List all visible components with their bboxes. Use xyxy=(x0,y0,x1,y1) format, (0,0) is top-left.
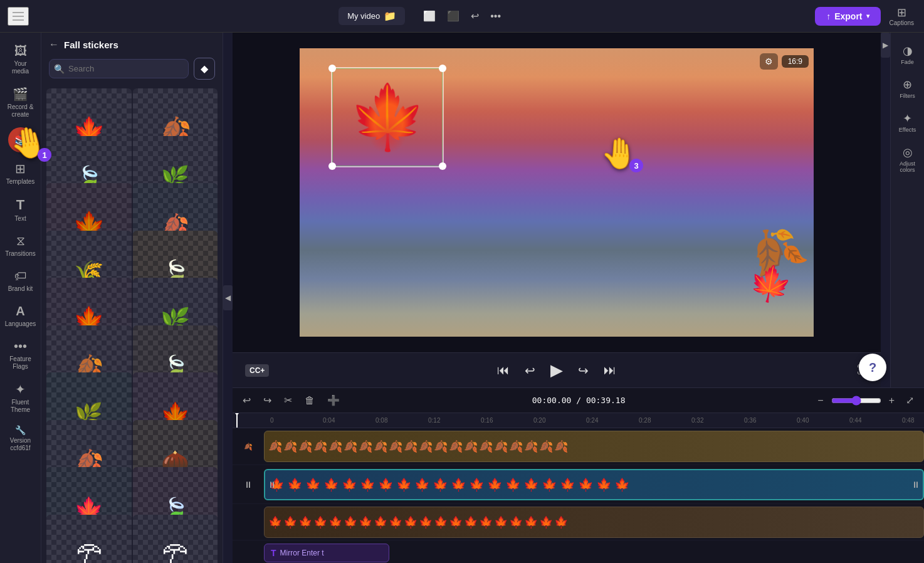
sidebar-item-languages[interactable]: A Languages xyxy=(3,299,39,333)
canvas-wrap[interactable]: 🍁 🍂 🍁 🤚 3 xyxy=(233,33,881,352)
resize-handle-br[interactable] xyxy=(439,162,446,170)
resize-handle-tr[interactable] xyxy=(439,65,446,72)
sidebar-item-feature[interactable]: ••• FeatureFlags xyxy=(3,334,39,376)
track-red-leaf: 🍁 xyxy=(419,515,433,529)
more-tools[interactable]: ••• xyxy=(486,8,505,24)
sel-right xyxy=(442,68,443,166)
search-input[interactable] xyxy=(49,59,189,78)
track-red-leaf: 🍁 xyxy=(434,515,448,529)
track-red-leaf: 🍁 xyxy=(404,515,417,529)
rewind-button[interactable]: ↩ xyxy=(522,360,538,381)
zoom-out-button[interactable]: − xyxy=(814,392,827,409)
track-leaf-icon: 🍂 xyxy=(434,439,448,453)
premium-button[interactable]: ◆ xyxy=(194,58,215,80)
track-red-leaf: 🍁 xyxy=(464,515,478,529)
sidebar-item-content[interactable]: 📚 xyxy=(8,127,33,152)
stickers-panel: ← Fall stickers 🔍 ◆ 🍁 🍂 🍃 🌿 🍁 🍂 🌾 🍃 xyxy=(41,33,223,563)
track-leaf-icon: 🍂 xyxy=(539,439,553,453)
canvas-settings-button[interactable]: ⚙ xyxy=(760,53,778,70)
track-main-icon: 🍁 xyxy=(451,477,466,492)
skip-forward-button[interactable]: ⏭ xyxy=(601,360,619,380)
captions-button[interactable]: ⊞ Captions xyxy=(887,3,916,29)
undo-button[interactable]: ↩ xyxy=(239,392,255,409)
sidebar-item-record[interactable]: 🎬 Record &create xyxy=(3,82,39,124)
fade-icon: ◑ xyxy=(903,44,913,58)
track-clip-sticker1[interactable]: 🍂 🍂 🍂 🍂 🍂 🍂 🍂 🍂 🍂 🍂 🍂 xyxy=(264,431,924,462)
sidebar-item-transitions[interactable]: ⧖ Transitions xyxy=(3,229,39,263)
track-leaf-icon: 🍂 xyxy=(328,439,342,453)
track-clip-sticker2[interactable]: 🍁 🍁 🍁 🍁 🍁 🍁 🍁 🍁 🍁 🍁 🍁 xyxy=(264,507,924,538)
resize-handle-bl[interactable] xyxy=(328,162,336,170)
sticker-item[interactable]: ⛱ xyxy=(46,515,132,564)
play-button[interactable]: ▶ xyxy=(548,358,565,382)
canvas-sticker-selected[interactable]: 🍁 xyxy=(331,67,444,167)
panel-back-button[interactable]: ← xyxy=(49,39,59,50)
sidebar-item-fluent[interactable]: ✦ FluentTheme xyxy=(3,377,39,419)
help-button[interactable]: ? xyxy=(859,354,886,381)
add-media-button[interactable]: ➕ xyxy=(323,392,344,409)
crop-tool[interactable]: ⬜ xyxy=(419,8,440,24)
canvas-right-wrap: 🍁 🍂 🍁 🤚 3 xyxy=(233,33,924,387)
text-track-clip[interactable]: T Mirror Enter t xyxy=(264,544,389,562)
track-leaf-icon: 🍂 xyxy=(554,439,568,453)
sidebar-item-version[interactable]: 🔧 Versionccfd61f xyxy=(3,420,39,457)
track-red-leaf: 🍁 xyxy=(374,515,387,529)
panel-collapse-toggle[interactable]: ◀ xyxy=(223,285,233,310)
track-leaf-icon: 🍂 xyxy=(283,439,297,453)
right-panel-adjust[interactable]: ◎ Adjustcolors xyxy=(893,140,923,178)
topbar-right: ↑ Export ▾ ⊞ Captions xyxy=(815,3,916,29)
zoom-in-button[interactable]: + xyxy=(885,392,898,409)
track-main-icon: 🍁 xyxy=(614,477,630,492)
video-title: My video xyxy=(347,11,380,21)
track-clip-main[interactable]: 🍁 🍁 🍁 🍁 🍁 🍁 🍁 🍁 🍁 🍁 🍁 xyxy=(264,469,924,500)
cut-button[interactable]: ✂ xyxy=(280,392,296,409)
timeline-toolbar: ↩ ↪ ✂ 🗑 ➕ 00:00.00 / 00:39.18 − + ⤢ xyxy=(233,388,924,413)
adjust-icon: ◎ xyxy=(903,145,913,159)
track-main-icon: 🍁 xyxy=(542,477,557,492)
right-panel: ◑ Fade ⊕ Filters ✦ Effects ◎ Adjustcolor… xyxy=(890,33,924,387)
track-main-icon: 🍁 xyxy=(469,477,485,492)
tracks-container: 🍂 🍂 🍂 🍂 🍂 🍂 🍂 🍂 🍂 xyxy=(233,428,924,563)
redo-button[interactable]: ↪ xyxy=(260,392,275,409)
sidebar-item-templates[interactable]: ⊞ Templates xyxy=(3,156,39,191)
track-leaf-icon: 🍂 xyxy=(419,439,433,453)
skip-back-button[interactable]: ⏮ xyxy=(495,360,512,380)
right-panel-effects[interactable]: ✦ Effects xyxy=(893,107,923,138)
zoom-slider[interactable] xyxy=(831,396,881,406)
sidebar-item-brand[interactable]: 🏷 Brand kit xyxy=(3,264,39,298)
record-icon: 🎬 xyxy=(13,87,28,102)
sidebar-item-text[interactable]: T Text xyxy=(3,192,39,228)
cc-button[interactable]: CC+ xyxy=(245,364,269,377)
right-panel-filters[interactable]: ⊕ Filters xyxy=(893,73,923,104)
track-main-icon: 🍁 xyxy=(305,477,321,492)
track-pause-right: ⏸ xyxy=(911,480,920,490)
resize-handle-tl[interactable] xyxy=(328,65,336,72)
track-icons-row2: 🍁 🍁 🍁 🍁 🍁 🍁 🍁 🍁 🍁 🍁 🍁 xyxy=(265,507,923,537)
track-red-leaf: 🍁 xyxy=(298,515,312,529)
transitions-icon: ⧖ xyxy=(16,234,25,248)
track-red-leaf: 🍁 xyxy=(449,515,463,529)
right-panel-fade[interactable]: ◑ Fade xyxy=(893,39,923,70)
track-red-leaf: 🍁 xyxy=(344,515,357,529)
search-wrap: 🔍 xyxy=(49,59,189,78)
resize-tool[interactable]: ⬛ xyxy=(443,8,464,24)
ruler-marks: 0 0:04 0:08 0:12 0:16 0:20 0:24 0:28 0:3… xyxy=(270,417,886,424)
forward-button[interactable]: ↪ xyxy=(575,360,591,381)
rotate-tool[interactable]: ↩ xyxy=(466,8,483,24)
track-main-icon: 🍁 xyxy=(560,477,575,492)
export-button[interactable]: ↑ Export ▾ xyxy=(815,7,880,26)
video-title-tab[interactable]: My video 📁 xyxy=(339,7,405,25)
hamburger-menu[interactable] xyxy=(8,7,29,26)
sidebar-item-media[interactable]: 🖼 Your media xyxy=(3,39,39,80)
track-red-leaf: 🍁 xyxy=(524,515,538,529)
delete-button[interactable]: 🗑 xyxy=(301,392,318,409)
fit-timeline-button[interactable]: ⤢ xyxy=(902,392,918,409)
sticker-item[interactable]: ⛱ xyxy=(133,515,218,564)
track-leaf-icon: 🍂 xyxy=(389,439,402,453)
right-panel-collapse-toggle[interactable]: ▶ xyxy=(881,33,890,58)
track-main-icon: 🍁 xyxy=(323,477,339,492)
track-leaf-icon: 🍂 xyxy=(449,439,463,453)
track-leaf-icon: 🍂 xyxy=(494,439,508,453)
playhead[interactable] xyxy=(236,413,238,428)
timeline-time: 00:00.00 / 00:39.18 xyxy=(349,396,809,405)
